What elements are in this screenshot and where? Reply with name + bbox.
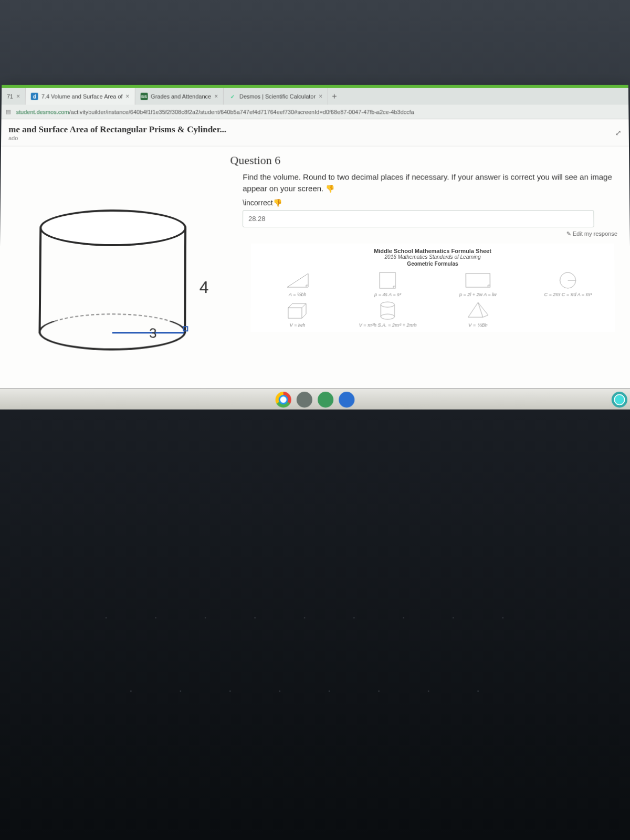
formula-sheet-title: Middle School Mathematics Formula Sheet xyxy=(255,247,610,254)
browser-tab-strip: 71 × d 7.4 Volume and Surface Area of × … xyxy=(2,88,628,105)
edit-response-link[interactable]: Edit my response xyxy=(230,230,617,237)
feedback-text: \incorrect👎 xyxy=(243,198,620,207)
answer-input[interactable]: 28.28 xyxy=(243,210,594,227)
question-title: Question 6 xyxy=(230,154,620,167)
close-icon[interactable]: × xyxy=(16,93,20,100)
activity-header: me and Surface Area of Rectangular Prism… xyxy=(1,119,629,146)
expand-icon[interactable]: ⤢ xyxy=(615,129,622,137)
formula-square: p = 4s A = s² xyxy=(345,270,430,297)
thumbs-up-icon: 👎 xyxy=(326,184,334,193)
sis-favicon-icon: SIS xyxy=(140,93,148,100)
formula-sheet-section: Geometric Formulas xyxy=(255,260,610,266)
cylinder-top xyxy=(39,209,186,246)
radius-line xyxy=(112,332,184,333)
right-angle-marker xyxy=(183,326,188,331)
svg-point-5 xyxy=(381,314,395,319)
tab-label: Desmos | Scientific Calculator xyxy=(239,93,316,100)
app-icon-2[interactable] xyxy=(339,392,354,407)
page-subtitle: ado xyxy=(8,134,226,141)
thumbs-down-icon: 👎 xyxy=(273,198,282,207)
formula-pyramid: V = ⅓Bh xyxy=(435,300,520,328)
tab-1[interactable]: 71 × xyxy=(2,88,26,105)
formula-cylinder: V = πr²h S.A. = 2πr² + 2πrh xyxy=(345,300,430,328)
svg-point-4 xyxy=(381,302,394,307)
formula-triangle: A = ½bh xyxy=(255,270,340,297)
tab-2-active[interactable]: d 7.4 Volume and Surface Area of × xyxy=(26,88,135,105)
keyboard-glare-2: · · · · · · · · xyxy=(0,682,630,699)
formula-circle: C = 2πr C = πd A = πr² xyxy=(526,270,611,297)
app-icon[interactable] xyxy=(318,392,333,407)
formula-prism: V = lwh xyxy=(255,300,340,328)
close-icon[interactable]: × xyxy=(214,93,218,100)
formula-sheet-subtitle: 2016 Mathematics Standards of Learning xyxy=(255,254,610,259)
files-icon[interactable] xyxy=(297,392,312,407)
status-icon[interactable] xyxy=(612,392,627,407)
radius-label: 3 xyxy=(149,325,157,341)
formula-rectangle: p = 2l + 2w A = lw xyxy=(435,270,520,297)
page-title: me and Surface Area of Rectangular Prism… xyxy=(8,124,226,135)
formula-grid: A = ½bh p = 4s A = s² p = 2l + 2w A = lw xyxy=(255,270,611,328)
close-icon[interactable]: × xyxy=(125,93,129,100)
tab-3[interactable]: SIS Grades and Attendance × xyxy=(135,88,224,105)
laptop-keyboard-area: · · · · · · · · · · · · · · · · · xyxy=(0,410,630,840)
site-info-icon[interactable]: ▤ xyxy=(6,108,13,116)
figure-panel: 3 4 xyxy=(0,146,226,411)
url-text: student.desmos.com/activitybuilder/insta… xyxy=(16,109,414,115)
chrome-icon[interactable] xyxy=(276,392,291,407)
svg-rect-1 xyxy=(466,274,490,287)
cylinder-figure: 3 4 xyxy=(28,204,197,351)
question-body: Find the volume. Round to two decimal pl… xyxy=(243,171,620,194)
tab-4[interactable]: ✓ Desmos | Scientific Calculator × xyxy=(224,88,328,105)
check-favicon-icon: ✓ xyxy=(229,93,236,100)
new-tab-button[interactable]: + xyxy=(328,92,341,101)
question-panel: Question 6 Find the volume. Round to two… xyxy=(225,146,630,411)
address-bar[interactable]: ▤ student.desmos.com/activitybuilder/ins… xyxy=(2,104,629,119)
tab-label: Grades and Attendance xyxy=(151,93,211,100)
content-area: 3 4 Question 6 Find the volume. Round to… xyxy=(0,146,630,411)
desmos-favicon-icon: d xyxy=(31,93,38,100)
formula-sheet: Middle School Mathematics Formula Sheet … xyxy=(251,244,615,332)
os-taskbar xyxy=(0,388,630,410)
tab-label: 71 xyxy=(7,93,13,100)
tab-label: 7.4 Volume and Surface Area of xyxy=(41,93,123,100)
laptop-screen: 71 × d 7.4 Volume and Surface Area of × … xyxy=(0,85,630,411)
photo-frame: 71 × d 7.4 Volume and Surface Area of × … xyxy=(0,0,630,840)
height-label: 4 xyxy=(200,278,209,297)
close-icon[interactable]: × xyxy=(319,93,322,100)
keyboard-glare-1: · · · · · · · · · xyxy=(0,609,630,625)
